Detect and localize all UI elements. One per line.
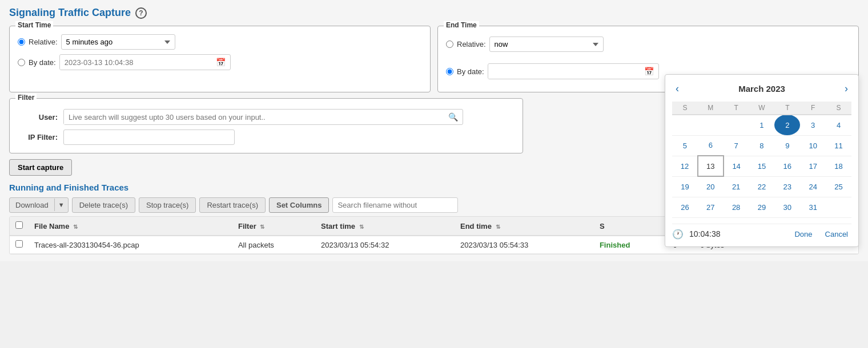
user-search-icon[interactable]: 🔍 <box>444 110 463 124</box>
cal-day-2[interactable]: 2 <box>774 115 800 135</box>
start-relative-select[interactable]: 5 minutes ago 15 minutes ago 30 minutes … <box>61 34 175 50</box>
end-bydate-radio[interactable] <box>446 68 453 75</box>
page-title: Signaling Traffic Capture <box>9 7 131 19</box>
start-relative-label: Relative: <box>29 38 58 46</box>
download-arrow-button[interactable]: ▼ <box>54 199 68 211</box>
download-split-button: Download ▼ <box>9 197 69 213</box>
calendar-header: ‹ March 2023 › <box>672 82 851 96</box>
cal-time-value: 10:04:38 <box>689 229 785 238</box>
end-relative-radio[interactable] <box>446 41 453 48</box>
cell-end-time: 2023/03/13 05:54:33 <box>455 236 594 254</box>
set-columns-button[interactable]: Set Columns <box>269 197 329 213</box>
ip-filter-label: IP Filter: <box>18 133 58 141</box>
calendar-grid: SMTWTFS 12345678910111213141516171819202… <box>672 102 851 218</box>
end-relative-select[interactable]: now 5 minutes later 15 minutes later <box>489 37 604 52</box>
cal-day-5[interactable]: 5 <box>672 135 698 156</box>
start-time-legend: Start Time <box>15 21 53 29</box>
filter-legend: Filter <box>15 94 37 102</box>
cell-status: Finished <box>594 236 668 254</box>
cell-filter: All packets <box>232 236 315 254</box>
cal-day-24[interactable]: 24 <box>800 176 826 197</box>
col-start-time: Start time ⇅ <box>315 217 455 236</box>
start-bydate-label: By date: <box>29 58 56 67</box>
cal-day-10[interactable]: 10 <box>800 135 826 156</box>
cell-filename: Traces-all-2303130454-36.pcap <box>29 236 232 254</box>
cal-day-21[interactable]: 21 <box>724 176 749 197</box>
download-main-button[interactable]: Download <box>10 198 54 212</box>
stop-traces-button[interactable]: Stop trace(s) <box>139 197 196 213</box>
end-time-legend: End Time <box>444 21 479 29</box>
cal-day-8[interactable]: 8 <box>749 135 775 156</box>
restart-traces-button[interactable]: Restart trace(s) <box>199 197 266 213</box>
cal-day-12[interactable]: 12 <box>672 156 698 176</box>
cal-month-title: March 2023 <box>738 84 785 94</box>
row-checkbox[interactable] <box>15 240 23 248</box>
cal-prev-button[interactable]: ‹ <box>672 82 682 96</box>
cell-start-time: 2023/03/13 05:54:32 <box>315 236 455 254</box>
end-bydate-label: By date: <box>457 67 484 76</box>
user-search-wrapper: 🔍 <box>63 109 463 125</box>
cal-day-25[interactable]: 25 <box>826 176 851 197</box>
cal-done-button[interactable]: Done <box>791 229 815 240</box>
ip-filter-input[interactable] <box>63 130 235 145</box>
cal-day-22[interactable]: 22 <box>749 176 775 197</box>
col-filter: Filter ⇅ <box>232 217 315 236</box>
cal-day-3[interactable]: 3 <box>800 115 826 135</box>
cal-day-20[interactable]: 20 <box>698 176 724 197</box>
cal-day-18[interactable]: 18 <box>826 156 851 176</box>
filter-box: Filter User: 🔍 IP Filter: <box>9 98 523 153</box>
cal-day-23[interactable]: 23 <box>774 176 800 197</box>
search-trace-input[interactable] <box>332 197 458 213</box>
start-calendar-icon[interactable]: 📅 <box>211 55 230 70</box>
cal-day-4[interactable]: 4 <box>826 115 851 135</box>
cal-day-29[interactable]: 29 <box>749 197 775 217</box>
clock-icon: 🕐 <box>672 229 684 240</box>
cal-day-17[interactable]: 17 <box>800 156 826 176</box>
delete-traces-button[interactable]: Delete trace(s) <box>72 197 135 213</box>
cal-day-11[interactable]: 11 <box>826 135 851 156</box>
start-relative-radio[interactable] <box>18 38 25 46</box>
end-calendar-icon[interactable]: 📅 <box>640 64 658 79</box>
cal-day-15[interactable]: 15 <box>749 156 775 176</box>
start-time-box: Start Time Relative: 5 minutes ago 15 mi… <box>9 26 431 92</box>
col-filename: File Name ⇅ <box>29 217 232 236</box>
cal-day-6[interactable]: 6 <box>698 135 724 156</box>
start-date-input[interactable] <box>60 55 211 70</box>
cal-day-27[interactable]: 27 <box>698 197 724 217</box>
cal-day-26[interactable]: 26 <box>672 197 698 217</box>
select-all-checkbox[interactable] <box>15 221 23 229</box>
cal-day-1[interactable]: 1 <box>749 115 775 135</box>
cal-day-16[interactable]: 16 <box>774 156 800 176</box>
cal-day-13[interactable]: 13 <box>698 156 724 176</box>
calendar-time-row: 🕐 10:04:38 Done Cancel <box>672 224 851 240</box>
help-icon[interactable]: ? <box>135 7 147 19</box>
cal-day-30[interactable]: 30 <box>774 197 800 217</box>
col-end-time: End time ⇅ <box>455 217 594 236</box>
cal-day-14[interactable]: 14 <box>724 156 749 176</box>
cal-next-button[interactable]: › <box>841 82 851 96</box>
cal-day-31[interactable]: 31 <box>800 197 826 217</box>
user-search-input[interactable] <box>64 110 444 124</box>
cal-day-7[interactable]: 7 <box>724 135 749 156</box>
start-capture-button[interactable]: Start capture <box>9 159 72 176</box>
col-status: S <box>594 217 668 236</box>
cal-cancel-button[interactable]: Cancel <box>822 229 851 240</box>
calendar-popup: ‹ March 2023 › SMTWTFS 12345678910111213… <box>665 74 859 247</box>
user-label: User: <box>18 113 58 122</box>
end-relative-label: Relative: <box>457 40 486 48</box>
start-bydate-radio[interactable] <box>18 59 25 66</box>
cal-day-28[interactable]: 28 <box>724 197 749 217</box>
cal-day-9[interactable]: 9 <box>774 135 800 156</box>
end-date-input[interactable]: 2023-03-13 10:04:38 <box>488 64 640 79</box>
cal-day-19[interactable]: 19 <box>672 176 698 197</box>
